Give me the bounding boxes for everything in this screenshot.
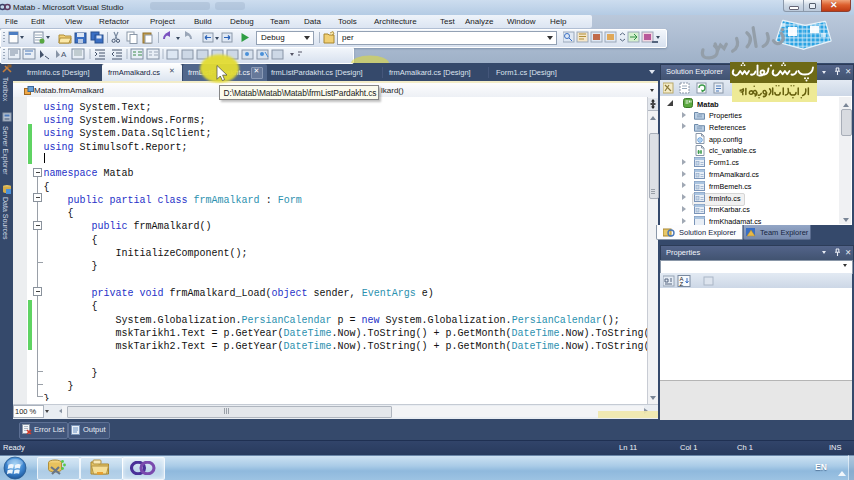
svg-text:Z: Z (680, 281, 684, 287)
svg-text:A: A (61, 50, 67, 59)
